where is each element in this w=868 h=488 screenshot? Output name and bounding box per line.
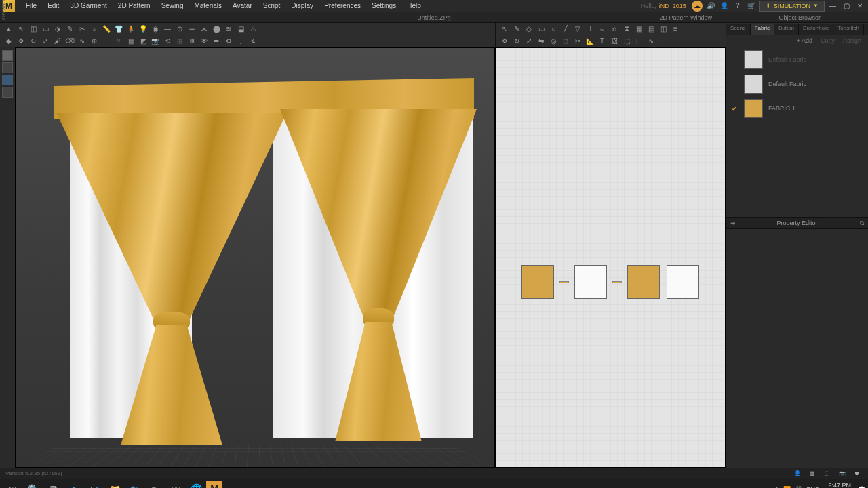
app-icon[interactable]: ◧ [145,480,165,489]
menu-settings[interactable]: Settings [366,0,401,12]
tool-pin[interactable]: ✎ [64,24,75,35]
tab-buttonhole[interactable]: Buttonhole [799,24,833,35]
tool-zoom[interactable]: ⊙ [174,24,185,35]
tool-iron[interactable]: ⬓ [235,24,246,35]
tool2d-point[interactable]: · [658,36,669,47]
fabric-item[interactable]: Default Fabric [726,47,868,72]
tool-button[interactable]: ⬤ [211,24,222,35]
tool-subdivide[interactable]: ⊞ [174,36,185,47]
tool-tack[interactable]: ⟁ [89,24,100,35]
tool2d-grid[interactable]: ▤ [646,24,656,35]
tray-network-icon[interactable]: 📶 [783,486,791,489]
tool-select[interactable]: ▲ [3,24,14,35]
tool-scissors[interactable]: ✂ [77,24,87,35]
search-icon[interactable]: 🔍 [23,480,43,489]
cloud-icon[interactable]: ☁ [692,1,703,12]
tool-fold[interactable]: ⑂ [113,36,124,47]
menu-2d-pattern[interactable]: 2D Pattern [113,0,156,12]
record-icon[interactable]: ⏺ [852,468,863,479]
side-icon-avatar[interactable] [2,50,13,61]
explorer-icon[interactable]: 📁 [104,480,125,489]
tool-gizmo[interactable]: ⬗ [52,24,63,35]
task-view-icon[interactable]: ⧉ [43,480,64,489]
tray-lang[interactable]: ENG [806,486,820,489]
pattern-piece[interactable] [574,265,607,299]
tool2d-curve[interactable]: ∿ [646,36,656,47]
tool-more1[interactable]: ⚙ [223,36,234,47]
tool2d-internal[interactable]: ⊡ [560,36,571,47]
user-name[interactable]: iND_2015 [659,3,686,9]
menu-3d-garment[interactable]: 3D Garment [64,0,112,12]
popout-icon[interactable]: ⧉ [860,220,864,227]
copy-button[interactable]: Copy [818,37,837,45]
tool2d-symmetry[interactable]: ⧗ [621,24,632,35]
pattern-piece[interactable] [667,265,699,299]
tool-sew[interactable]: ═ [186,24,197,35]
tool2d-scale[interactable]: ⤢ [524,36,534,47]
tool-weld[interactable]: ⊕ [89,36,100,47]
tool-zipper[interactable]: ≋ [223,24,234,35]
start-button[interactable]: ⊞ [3,480,23,489]
tool2d-select[interactable]: ↖ [499,24,510,35]
camera-icon[interactable]: 📷 [837,468,848,479]
mail-icon[interactable]: ✉ [84,480,104,489]
tool2d-move[interactable]: ✥ [499,36,510,47]
tool2d-snap[interactable]: ◫ [658,24,669,35]
menu-materials[interactable]: Materials [189,0,227,12]
viewport-3d[interactable] [15,47,495,468]
assign-button[interactable]: Assign [840,37,864,45]
tool2d-measure[interactable]: 📐 [585,36,595,47]
pattern-piece[interactable] [521,265,554,299]
pattern-piece[interactable] [627,265,660,299]
menu-help[interactable]: Help [401,0,427,12]
fabric-item[interactable]: ✔ FABRIC 1 [726,96,868,121]
tool2d-edit[interactable]: ✎ [511,24,522,35]
tab-scene[interactable]: Scene [726,24,751,35]
tab-button[interactable]: Button [774,24,799,35]
menu-file[interactable]: File [20,0,42,12]
tool2d-group[interactable]: ⬚ [621,36,632,47]
tool-layer[interactable]: ≣ [211,36,222,47]
viewport-2d-icon[interactable]: ▦ [807,468,818,479]
tool-freeze[interactable]: ❄ [186,36,197,47]
tray-volume-icon[interactable]: 🔊 [795,486,802,489]
tool2d-segment[interactable]: ⊢ [633,36,644,47]
tool2d-more[interactable]: ⋯ [670,36,681,47]
tool-hide[interactable]: 👁 [199,36,210,47]
tool2d-align[interactable]: ≡ [670,24,681,35]
menu-preferences[interactable]: Preferences [319,0,366,12]
tool-uv[interactable]: ◩ [138,36,149,47]
tool-light[interactable]: 💡 [138,24,149,35]
settings-icon[interactable]: ▦ [165,480,186,489]
user-icon[interactable]: 👤 [719,1,730,12]
tool2d-offset[interactable]: ◎ [548,36,559,47]
tray-notifications-icon[interactable]: 💬 [858,486,865,489]
tool2d-poly[interactable]: ◇ [524,24,534,35]
tool2d-dart[interactable]: ▽ [572,24,583,35]
tool2d-line[interactable]: ╱ [560,24,571,35]
expand-icon[interactable]: ➜ [730,220,736,226]
marvelous-icon[interactable]: M [206,481,222,489]
tool-texture[interactable]: ▦ [125,36,136,47]
tool2d-trace[interactable]: ⎌ [609,24,620,35]
view-mode-icon[interactable]: 👤 [792,468,803,479]
tool-arrow[interactable]: ↖ [16,24,26,35]
tool-snapshot[interactable]: 📷 [150,36,161,47]
tool-paint[interactable]: 🖌 [52,36,63,47]
help-icon[interactable]: ? [732,1,743,12]
side-icon-hanger[interactable] [2,75,13,85]
tray-clock[interactable]: 9:47 PM 7/24/2019 [824,482,854,489]
tool-measure[interactable]: 📏 [101,24,112,35]
tool2d-rect[interactable]: ▭ [536,24,547,35]
tool2d-rotate[interactable]: ↻ [511,36,522,47]
tool2d-circle[interactable]: ○ [548,24,559,35]
tool2d-seam[interactable]: ≈ [597,24,608,35]
side-icon-garment[interactable] [2,62,13,73]
store-icon[interactable]: 🛒 [746,1,757,12]
tool2d-image[interactable]: 🖼 [609,36,620,47]
store-icon[interactable]: 🛍 [125,480,145,489]
tool-avatar[interactable]: 👕 [113,24,124,35]
viewport-2d[interactable] [495,47,726,468]
menu-display[interactable]: Display [285,0,319,12]
tool-camera[interactable]: — [162,24,173,35]
